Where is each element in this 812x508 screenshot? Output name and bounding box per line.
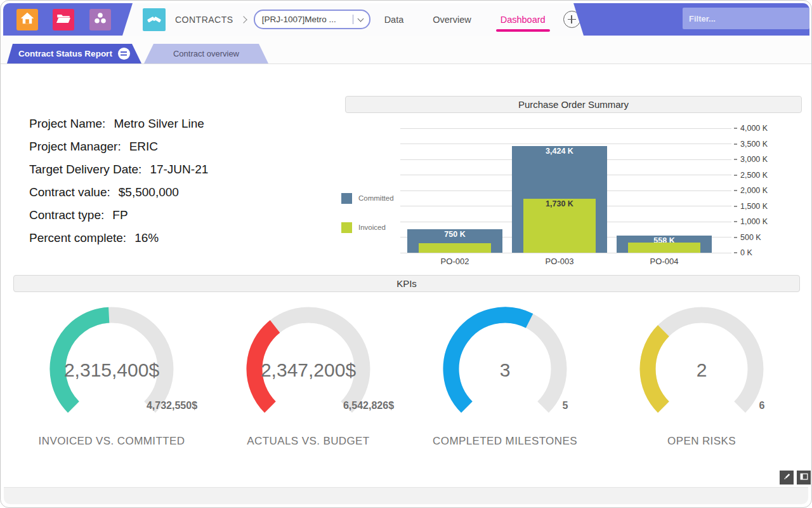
y-axis-label: 3,000 K [740,155,768,164]
project-selector[interactable]: [PRJ-1007]Metro ... [254,10,370,29]
apps-button[interactable] [89,9,111,30]
y-tick [734,159,737,160]
y-axis-label: 3,500 K [740,140,768,149]
bar-group-po-003: 3,424 K1,730 KPO-003 [507,128,612,253]
purchase-order-summary-header: Purchase Order Summary [345,96,802,113]
filter-input[interactable] [683,8,809,29]
chevron-down-icon [357,16,363,22]
report-tab-label: Contract Status Report [18,49,112,58]
info-value: $5,500,000 [119,185,179,199]
info-row: Contract type:FP [29,204,208,227]
apps-icon [92,10,108,29]
folder-icon [55,10,72,29]
y-axis-label: 500 K [740,233,761,242]
report-tab-label: Contract overview [173,49,239,58]
legend-label: Committed [358,194,394,202]
gauge-arc-area: 35 [426,299,584,425]
projects-button[interactable] [53,9,74,30]
info-row: Contract value:$5,500,000 [29,181,208,204]
legend-swatch [341,222,352,233]
info-label: Percent complete: [29,231,126,244]
y-tick [734,237,737,238]
kpi-gauge: 2,347,200$6,542,826$ACTUALS VS. BUDGET [210,299,407,448]
tab-contract-status-report[interactable]: Contract Status Report [7,44,141,64]
bar-group-po-002: 750 KPO-002 [402,128,508,253]
project-selector-value: [PRJ-1007]Metro ... [262,15,336,24]
home-button[interactable] [16,9,38,30]
info-row: Project Manager:ERIC [29,135,208,158]
info-label: Project Name: [29,117,105,130]
po-bar-chart: 0 K500 K1,000 K1,500 K2,000 K2,500 K3,00… [400,128,731,253]
gauge-arc-area: 26 [622,299,781,425]
info-row: Target Delivery Date:17-JUN-21 [29,158,208,181]
breadcrumb[interactable]: CONTRACTS [175,15,233,25]
panel-layout-icon [799,472,809,484]
kpi-gauge: 26OPEN RISKS [603,299,800,448]
legend-item-invoiced: Invoiced [341,222,394,233]
legend-item-committed: Committed [341,192,394,204]
y-axis-label: 1,000 K [740,217,768,226]
x-axis-label: PO-004 [612,257,717,266]
gauge-max-label: 5 [563,399,568,412]
kpi-gauges: 2,315,400$4,732,550$INVOICED VS. COMMITT… [13,299,800,448]
y-tick [734,128,737,129]
info-row: Project Name:Metro Silver Line [29,112,208,135]
kpi-gauge: 2,315,400$4,732,550$INVOICED VS. COMMITT… [13,299,210,448]
handshake-icon [143,8,166,31]
gauge-value-label: 3 [426,358,584,383]
info-value: Metro Silver Line [114,117,204,130]
bar-value-label: 750 K [407,230,502,239]
y-tick [734,206,737,207]
report-tab-bar: Contract Status Report Contract overview [1,36,811,64]
y-axis-label: 1,500 K [740,202,768,211]
tab-overview[interactable]: Overview [431,4,472,36]
kpis-header: KPIs [13,275,800,292]
info-value: ERIC [129,140,158,153]
gauge-value-label: 2,315,400$ [32,358,191,383]
info-label: Project Manager: [29,140,121,153]
edit-button[interactable] [780,471,794,485]
top-navigation-bar: CONTRACTS [PRJ-1007]Metro ... DataOvervi… [3,3,809,36]
y-tick [734,190,737,191]
home-icon [19,10,36,29]
y-tick [734,144,737,145]
tab-contract-overview[interactable]: Contract overview [144,44,268,64]
kpi-gauge: 35COMPLETED MILESTONES [407,299,603,448]
status-bar [4,487,808,504]
gauge-arc-area: 2,315,400$4,732,550$ [32,299,191,425]
tab-menu-icon[interactable] [118,48,130,60]
gauge-title: OPEN RISKS [603,435,800,448]
y-axis-label: 0 K [740,248,752,257]
y-axis-label: 4,000 K [740,124,768,133]
bar-invoiced [628,243,700,253]
y-tick [734,252,737,253]
panel-layout-button[interactable] [797,471,811,485]
contracts-dashboard: CONTRACTS [PRJ-1007]Metro ... DataOvervi… [0,0,812,508]
y-axis-label: 2,000 K [740,186,768,195]
project-info: Project Name:Metro Silver LineProject Ma… [29,112,208,250]
gauge-title: ACTUALS VS. BUDGET [210,435,407,448]
tab-data[interactable]: Data [383,4,405,36]
pencil-icon [782,472,792,484]
bar-invoiced [419,243,491,253]
info-value: FP [112,208,128,222]
selector-divider [353,15,353,24]
gauge-max-label: 6,542,826$ [343,399,394,412]
gauge-title: INVOICED VS. COMMITTED [13,435,210,448]
tab-dashboard[interactable]: Dashboard [499,4,547,36]
add-tab-button[interactable] [563,11,580,28]
y-tick [734,221,737,222]
gauge-max-label: 6 [759,399,765,412]
x-axis-label: PO-002 [402,257,508,266]
document-tab: CONTRACTS [PRJ-1007]Metro ... DataOvervi… [122,3,584,36]
gauge-title: COMPLETED MILESTONES [407,435,603,448]
legend-label: Invoiced [358,224,386,231]
bar-invoiced: 1,730 K [523,199,596,253]
info-label: Contract type: [29,208,104,222]
bar-value-label: 3,424 K [512,147,607,156]
info-label: Target Delivery Date: [29,163,141,176]
info-value: 16% [134,231,159,244]
info-row: Percent complete:16% [29,227,208,250]
gauge-max-label: 4,732,550$ [147,399,197,412]
y-tick [734,175,737,176]
